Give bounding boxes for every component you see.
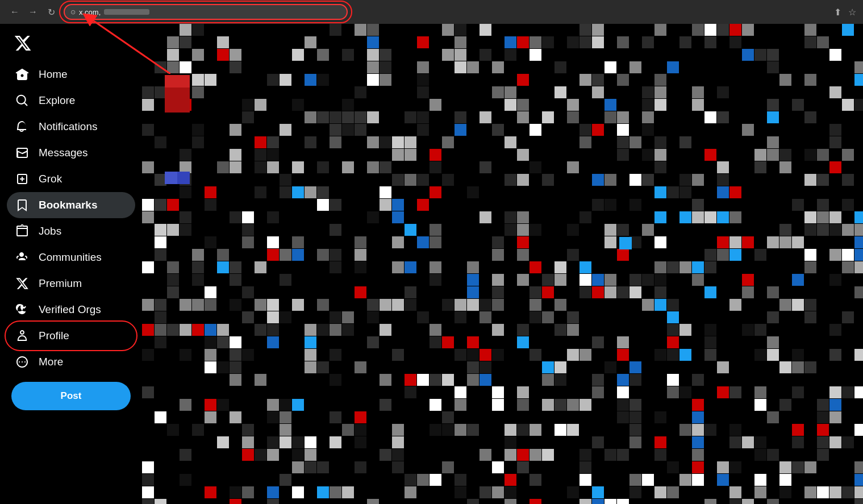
sidebar-item-label-verified-orgs: Verified Orgs [39, 303, 101, 316]
x-premium-icon [15, 276, 30, 291]
grok-icon [15, 172, 30, 186]
site-icon: ⊙ [70, 9, 76, 16]
sidebar: HomeExploreNotificationsMessagesGrokBook… [0, 24, 142, 504]
browser-right-icons: ⬆ ☆ [834, 7, 856, 18]
sidebar-item-label-bookmarks: Bookmarks [39, 199, 98, 211]
main-content [142, 24, 863, 504]
sidebar-item-notifications[interactable]: Notifications [7, 114, 135, 140]
page-content: HomeExploreNotificationsMessagesGrokBook… [0, 24, 863, 504]
browser-nav-buttons: ← → ↻ [7, 4, 59, 20]
briefcase-icon [15, 224, 30, 239]
x-logo-icon [14, 34, 32, 52]
sidebar-item-label-messages: Messages [39, 147, 88, 159]
sidebar-item-label-home: Home [39, 68, 68, 81]
people-icon [15, 250, 30, 265]
sidebar-logo[interactable] [7, 28, 135, 58]
sidebar-item-label-communities: Communities [39, 251, 102, 264]
post-button[interactable]: Post [11, 382, 131, 410]
sidebar-item-explore[interactable]: Explore [7, 88, 135, 114]
address-redacted [104, 9, 149, 15]
sidebar-item-label-jobs: Jobs [39, 225, 61, 238]
sidebar-item-label-notifications: Notifications [39, 120, 98, 133]
forward-button[interactable]: → [25, 4, 41, 20]
envelope-icon [15, 145, 30, 160]
sidebar-item-label-premium: Premium [39, 277, 82, 290]
sidebar-item-jobs[interactable]: Jobs [7, 218, 135, 244]
sidebar-item-messages[interactable]: Messages [7, 140, 135, 166]
address-bar[interactable]: ⊙ x.com, [64, 4, 348, 20]
sidebar-item-bookmarks[interactable]: Bookmarks [7, 192, 135, 218]
bell-icon [15, 119, 30, 134]
more-circle-icon [15, 355, 30, 369]
reload-button[interactable]: ↻ [43, 4, 59, 20]
verified-icon [15, 302, 30, 317]
share-icon[interactable]: ⬆ [834, 7, 841, 18]
sidebar-item-verified-orgs[interactable]: Verified Orgs [7, 297, 135, 323]
nav-items-container: HomeExploreNotificationsMessagesGrokBook… [7, 61, 135, 375]
sidebar-item-more[interactable]: More [7, 349, 135, 375]
feed-canvas [142, 24, 863, 504]
sidebar-item-label-grok: Grok [39, 173, 62, 185]
home-icon [15, 67, 30, 82]
sidebar-item-label-more: More [39, 356, 63, 368]
back-button[interactable]: ← [7, 4, 23, 20]
address-text: x.com, [79, 8, 101, 16]
sidebar-item-profile[interactable]: Profile [7, 323, 135, 349]
sidebar-item-premium[interactable]: Premium [7, 270, 135, 297]
sidebar-item-grok[interactable]: Grok [7, 166, 135, 192]
sidebar-item-label-profile: Profile [39, 330, 69, 342]
sidebar-item-label-explore: Explore [39, 94, 75, 107]
search-icon [15, 93, 30, 108]
person-icon [15, 328, 30, 343]
bookmark-star-icon[interactable]: ☆ [848, 7, 856, 18]
sidebar-item-communities[interactable]: Communities [7, 244, 135, 270]
address-bar-container: ⊙ x.com, [64, 4, 348, 20]
browser-chrome: ← → ↻ ⊙ x.com, ⬆ ☆ [0, 0, 863, 24]
sidebar-item-home[interactable]: Home [7, 61, 135, 88]
bookmark-icon [15, 198, 30, 213]
